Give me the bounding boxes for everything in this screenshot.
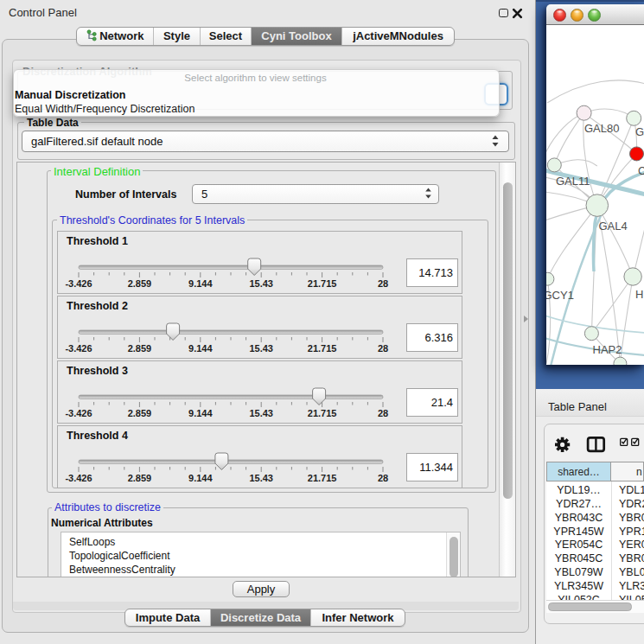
- svg-text:28: 28: [378, 343, 388, 354]
- svg-text:2.859: 2.859: [128, 408, 152, 418]
- svg-text:15.43: 15.43: [249, 408, 273, 418]
- svg-text:15.43: 15.43: [249, 278, 273, 289]
- svg-text:2.859: 2.859: [128, 343, 152, 354]
- svg-text:21.715: 21.715: [308, 473, 337, 483]
- svg-text:21.715: 21.715: [308, 278, 337, 289]
- svg-text:GAL11: GAL11: [556, 175, 590, 188]
- svg-text:21.715: 21.715: [308, 343, 337, 354]
- svg-text:HI: HI: [635, 288, 644, 301]
- svg-text:-3.426: -3.426: [65, 408, 92, 418]
- svg-text:21.715: 21.715: [308, 408, 337, 418]
- svg-text:2.859: 2.859: [128, 473, 152, 483]
- svg-text:HAP2: HAP2: [593, 343, 622, 356]
- svg-text:9.144: 9.144: [188, 343, 213, 354]
- svg-text:GCY1: GCY1: [546, 289, 574, 302]
- svg-text:-3.426: -3.426: [65, 343, 92, 354]
- svg-text:GAL4: GAL4: [599, 220, 628, 233]
- svg-text:28: 28: [378, 473, 388, 483]
- svg-text:9.144: 9.144: [188, 278, 213, 289]
- svg-text:GA: GA: [635, 125, 644, 138]
- svg-text:28: 28: [378, 278, 388, 289]
- svg-text:GAL80: GAL80: [584, 122, 619, 135]
- svg-text:-3.426: -3.426: [65, 278, 92, 289]
- svg-text:C: C: [638, 164, 644, 177]
- svg-text:-3.426: -3.426: [65, 473, 92, 483]
- svg-text:9.144: 9.144: [188, 408, 213, 418]
- svg-text:15.43: 15.43: [249, 473, 273, 483]
- svg-text:2.859: 2.859: [128, 278, 152, 289]
- svg-text:15.43: 15.43: [249, 343, 273, 354]
- svg-text:28: 28: [378, 408, 388, 418]
- svg-text:9.144: 9.144: [188, 473, 213, 483]
